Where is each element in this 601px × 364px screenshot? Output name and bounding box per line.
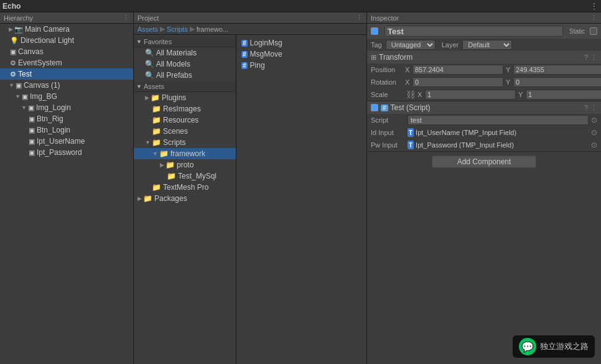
- hierarchy-item-test[interactable]: ⚙ Test: [0, 68, 133, 80]
- script-row: Script ⊙: [367, 114, 601, 126]
- script-active-checkbox[interactable]: [371, 104, 378, 111]
- tag-dropdown[interactable]: Untagged: [386, 40, 436, 50]
- script-menu-icon[interactable]: ⋮: [590, 104, 597, 112]
- pw-input-dot[interactable]: ⊙: [591, 141, 597, 149]
- watermark: 💬 独立游戏之路: [513, 335, 595, 358]
- position-y-input[interactable]: [513, 65, 601, 75]
- tag-label: Tag: [371, 41, 382, 49]
- watermark-text: 独立游戏之路: [540, 341, 589, 352]
- inspector-panel: Inspector ⋮ Static Tag Untagged Layer De…: [367, 12, 601, 364]
- scale-y-input[interactable]: [526, 90, 601, 100]
- favorites-item-all-materials[interactable]: 🔍 All Materials: [134, 47, 236, 58]
- hierarchy-tree: ▶ 📷 Main Camera 💡 Directional Light ▣ Ca…: [0, 24, 133, 158]
- script-help-icon[interactable]: ?: [584, 104, 588, 112]
- hierarchy-dots[interactable]: ⋮: [123, 14, 129, 22]
- hierarchy-item-ipt-password[interactable]: ▣ Ipt_Password: [0, 147, 133, 158]
- object-name-input[interactable]: [384, 26, 563, 37]
- item-label: Ipt_UserName: [37, 137, 85, 146]
- asset-item-scenes[interactable]: 📁 Scenes: [134, 126, 236, 137]
- top-bar-dots[interactable]: ⋮: [590, 1, 599, 11]
- folder-icon: 📁: [152, 116, 161, 124]
- id-input-label: Id Input: [371, 129, 405, 136]
- script-section-header[interactable]: # Test (Script) ? ⋮: [367, 101, 601, 114]
- hierarchy-item-btn-rig[interactable]: ▣ Btn_Rig: [0, 113, 133, 124]
- add-component-button[interactable]: Add Component: [432, 156, 537, 168]
- script-field-dot[interactable]: ⊙: [591, 116, 597, 124]
- static-checkbox[interactable]: [590, 27, 597, 35]
- assets-items: ▶ 📁 Plugins 📁 ResImages 📁 Resources 📁 Sc…: [134, 92, 236, 204]
- id-input-value: T Ipt_UserName (TMP_Input Field): [408, 128, 589, 137]
- transform-menu-icon[interactable]: ⋮: [590, 54, 597, 62]
- hierarchy-item-img-login[interactable]: ▼ ▣ Img_Login: [0, 102, 133, 113]
- folder-label: ResImages: [163, 105, 201, 113]
- hierarchy-item-canvas[interactable]: ▣ Canvas: [0, 46, 133, 57]
- rotation-x-item: X: [405, 77, 503, 87]
- breadcrumb-part-0[interactable]: Assets: [137, 26, 158, 33]
- position-y-axis: Y: [506, 66, 512, 73]
- transform-help-icon[interactable]: ?: [584, 54, 588, 62]
- folder-label: Plugins: [162, 93, 186, 102]
- asset-item-scripts[interactable]: ▼ 📁 Scripts: [134, 137, 236, 148]
- inspector-header: Inspector ⋮: [367, 12, 601, 24]
- item-icon: ▣: [16, 82, 22, 90]
- hierarchy-item-canvas-1[interactable]: ▼ ▣ Canvas (1): [0, 80, 133, 91]
- file-items: # LoginMsg# MsgMove# Ping: [239, 37, 364, 71]
- rotation-x-axis: X: [405, 78, 411, 86]
- script-field-input[interactable]: [408, 115, 589, 125]
- project-label: Project: [137, 14, 159, 22]
- scale-y-axis: Y: [518, 91, 524, 98]
- rotation-y-input[interactable]: [513, 77, 601, 87]
- file-item-ping[interactable]: # Ping: [239, 60, 364, 71]
- asset-item-test-mysql[interactable]: 📁 Test_MySql: [134, 170, 236, 182]
- asset-item-plugins[interactable]: ▶ 📁 Plugins: [134, 92, 236, 103]
- item-icon: ▣: [28, 104, 34, 112]
- position-x-input[interactable]: [412, 65, 503, 75]
- item-label: Img_BG: [30, 92, 57, 101]
- asset-item-textmesh-pro[interactable]: 📁 TextMesh Pro: [134, 182, 236, 193]
- file-item-msg-move[interactable]: # MsgMove: [239, 49, 364, 60]
- script-field-label: Script: [371, 116, 405, 124]
- file-icon: #: [241, 51, 248, 58]
- favorites-item-all-models[interactable]: 🔍 All Models: [134, 58, 236, 70]
- breadcrumb-part-1[interactable]: Scripts: [167, 26, 188, 33]
- scale-x-input[interactable]: [425, 90, 516, 100]
- asset-item-resimages[interactable]: 📁 ResImages: [134, 103, 236, 114]
- layer-dropdown[interactable]: Default: [462, 40, 512, 50]
- add-component-container: Add Component: [367, 152, 601, 172]
- hierarchy-item-img-bg[interactable]: ▼ ▣ Img_BG: [0, 91, 133, 102]
- project-folders: ▼ Favorites 🔍 All Materials🔍 All Models🔍…: [134, 35, 236, 364]
- file-item-login-msg[interactable]: # LoginMsg: [239, 37, 364, 49]
- inspector-label: Inspector: [371, 14, 399, 22]
- asset-item-packages[interactable]: ▶ 📁 Packages: [134, 193, 236, 204]
- transform-header[interactable]: ⊞ Transform ? ⋮: [367, 51, 601, 63]
- rotation-x-input[interactable]: [412, 77, 503, 87]
- rotation-label: Rotation: [371, 78, 405, 86]
- hierarchy-item-ipt-username[interactable]: ▣ Ipt_UserName: [0, 136, 133, 147]
- pw-input-value: T Ipt_Password (TMP_Input Field): [408, 141, 589, 149]
- asset-item-resources[interactable]: 📁 Resources: [134, 114, 236, 126]
- hierarchy-item-main-camera[interactable]: ▶ 📷 Main Camera: [0, 24, 133, 35]
- item-label: Btn_Rig: [37, 114, 63, 123]
- arrow-icon: ▼: [9, 82, 14, 88]
- item-label: Test: [18, 70, 32, 78]
- hierarchy-item-btn-login[interactable]: ▣ Btn_Login: [0, 124, 133, 136]
- id-input-text: Ipt_UserName (TMP_Input Field): [416, 129, 516, 136]
- hierarchy-item-event-system[interactable]: ⚙ EventSystem: [0, 57, 133, 68]
- breadcrumb: Assets ▶ Scripts ▶ framewo...: [134, 24, 366, 35]
- assets-header[interactable]: ▼ Assets: [134, 81, 236, 92]
- id-input-dot[interactable]: ⊙: [591, 128, 597, 137]
- asset-item-proto[interactable]: ▶ 📁 proto: [134, 159, 236, 170]
- item-icon: ▣: [29, 115, 35, 123]
- object-active-checkbox[interactable]: [371, 27, 378, 35]
- scale-row: Scale ⛓ X Y Z: [367, 88, 601, 101]
- favorites-item-all-prefabs[interactable]: 🔍 All Prefabs: [134, 70, 236, 81]
- arrow-icon: ▼: [21, 105, 27, 111]
- folder-icon: 📁: [165, 161, 175, 169]
- asset-item-framework[interactable]: ▼ 📁 framework: [134, 148, 236, 159]
- hierarchy-item-directional-light[interactable]: 💡 Directional Light: [0, 35, 133, 46]
- project-dots[interactable]: ⋮: [356, 14, 363, 22]
- favorites-header[interactable]: ▼ Favorites: [134, 36, 236, 47]
- breadcrumb-sep-1: ▶: [190, 25, 195, 33]
- inspector-dots[interactable]: ⋮: [590, 14, 597, 22]
- transform-section: ⊞ Transform ? ⋮ Position X: [367, 51, 601, 101]
